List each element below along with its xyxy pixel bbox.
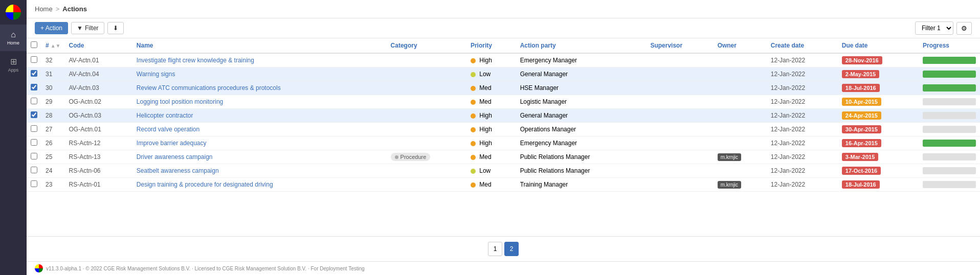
category-dot <box>395 155 398 159</box>
row-checkbox[interactable] <box>31 56 37 63</box>
logo-circle <box>6 5 21 20</box>
row-checkbox[interactable] <box>31 180 37 187</box>
row-checkbox[interactable] <box>31 139 37 146</box>
progress-bar-wrap <box>923 71 976 78</box>
table-row: 26 RS-Actn-12 Improve barrier adequacy H… <box>27 136 980 150</box>
table-row: 31 AV-Actn.04 Warning signs Low General … <box>27 67 980 81</box>
priority-dot <box>471 169 476 174</box>
row-checkbox[interactable] <box>31 167 37 173</box>
col-header-checkbox <box>27 38 41 53</box>
col-header-code[interactable]: Code <box>64 38 132 53</box>
row-num: 24 <box>41 164 64 178</box>
row-owner <box>714 109 767 123</box>
settings-button[interactable]: ⚙ <box>956 22 972 35</box>
progress-bar-wrap <box>923 153 976 161</box>
col-header-action-party[interactable]: Action party <box>516 38 647 53</box>
breadcrumb-separator: > <box>56 5 60 13</box>
owner-badge: m.krnjic <box>718 181 741 189</box>
priority-dot <box>471 113 476 119</box>
row-checkbox[interactable] <box>31 125 37 132</box>
row-code: OG-Actn.01 <box>64 123 132 136</box>
row-priority: High <box>466 123 516 136</box>
row-progress <box>919 81 980 95</box>
row-checkbox[interactable] <box>31 84 37 90</box>
row-checkbox[interactable] <box>31 70 37 77</box>
row-owner <box>714 53 767 67</box>
priority-label: Med <box>479 84 491 91</box>
select-all-checkbox[interactable] <box>31 41 37 48</box>
progress-bar-wrap <box>923 98 976 105</box>
priority-dot <box>471 86 476 91</box>
row-name: Logging tool position monitoring <box>132 95 387 109</box>
priority-dot <box>471 58 476 63</box>
table-body: 32 AV-Actn.01 Investigate flight crew kn… <box>27 53 980 192</box>
row-code: AV-Actn.04 <box>64 67 132 81</box>
export-button[interactable]: ⬇ <box>107 22 124 34</box>
progress-bar-fill <box>923 84 976 91</box>
due-date-badge: 10-Apr-2015 <box>842 98 881 106</box>
row-name-link[interactable]: Improve barrier adequacy <box>137 140 207 147</box>
col-header-due-date[interactable]: Due date <box>838 38 919 53</box>
row-name-link[interactable]: Seatbelt awareness campaign <box>137 167 219 174</box>
col-header-name[interactable]: Name <box>132 38 387 53</box>
due-date-badge: 16-Apr-2015 <box>842 139 881 147</box>
row-due-date: 10-Apr-2015 <box>838 95 919 109</box>
row-name-link[interactable]: Helicopter contractor <box>137 112 193 119</box>
filter-button[interactable]: ▼ Filter <box>71 22 104 34</box>
row-owner <box>714 164 767 178</box>
due-date-badge: 18-Jul-2016 <box>842 180 880 189</box>
col-header-progress[interactable]: Progress <box>919 38 980 53</box>
row-name-link[interactable]: Investigate flight crew knowledge & trai… <box>137 57 254 64</box>
col-header-create-date[interactable]: Create date <box>767 38 838 53</box>
row-create-date: 12-Jan-2022 <box>767 67 838 81</box>
row-progress <box>919 178 980 192</box>
breadcrumb-home[interactable]: Home <box>35 5 53 13</box>
sidebar-item-apps[interactable]: ⊞ Apps <box>0 51 27 78</box>
row-action-party: Operations Manager <box>516 123 647 136</box>
col-header-priority[interactable]: Priority <box>466 38 516 53</box>
row-supervisor <box>646 109 713 123</box>
row-name-link[interactable]: Logging tool position monitoring <box>137 98 223 105</box>
row-checkbox[interactable] <box>31 98 37 104</box>
row-checkbox-cell <box>27 95 41 109</box>
row-code: AV-Actn.01 <box>64 53 132 67</box>
row-name-link[interactable]: Warning signs <box>137 71 175 78</box>
row-supervisor <box>646 136 713 150</box>
row-priority: High <box>466 109 516 123</box>
filter-select[interactable]: Filter 1 Filter 2 <box>915 21 953 35</box>
row-action-party: Public Relations Manager <box>516 150 647 164</box>
row-owner <box>714 136 767 150</box>
row-supervisor <box>646 95 713 109</box>
actions-table-container: # ▲▼ Code Name <box>27 38 980 236</box>
col-header-supervisor[interactable]: Supervisor <box>646 38 713 53</box>
row-due-date: 18-Jul-2016 <box>838 81 919 95</box>
priority-label: Low <box>479 71 491 78</box>
row-name-link[interactable]: Design training & procedure for designat… <box>137 181 273 188</box>
row-code: RS-Actn-06 <box>64 164 132 178</box>
action-button[interactable]: + Action <box>35 22 68 34</box>
col-header-num[interactable]: # ▲▼ <box>41 38 64 53</box>
row-checkbox[interactable] <box>31 153 37 159</box>
sidebar-item-home[interactable]: ⌂ Home <box>0 25 27 51</box>
row-category <box>387 109 466 123</box>
col-header-owner[interactable]: Owner <box>714 38 767 53</box>
row-category <box>387 136 466 150</box>
footer: v11.3.0-alpha.1 · © 2022 CGE Risk Manage… <box>27 261 980 275</box>
row-num: 23 <box>41 178 64 192</box>
row-name-link[interactable]: Review ATC communications procedures & p… <box>137 84 281 91</box>
row-owner: m.krnjic <box>714 178 767 192</box>
row-checkbox[interactable] <box>31 111 37 118</box>
priority-dot <box>471 100 476 105</box>
row-name-link[interactable]: Driver awareness campaign <box>137 153 213 161</box>
row-name-link[interactable]: Record valve operation <box>137 126 199 133</box>
sidebar: ⌂ Home ⊞ Apps <box>0 0 27 275</box>
actions-table: # ▲▼ Code Name <box>27 38 980 192</box>
progress-bar-wrap <box>923 140 976 147</box>
row-category <box>387 164 466 178</box>
row-progress <box>919 67 980 81</box>
col-header-category[interactable]: Category <box>387 38 466 53</box>
page-2-button[interactable]: 2 <box>504 242 519 256</box>
row-name: Driver awareness campaign <box>132 150 387 164</box>
progress-bar-wrap <box>923 57 976 64</box>
page-1-button[interactable]: 1 <box>488 242 502 256</box>
